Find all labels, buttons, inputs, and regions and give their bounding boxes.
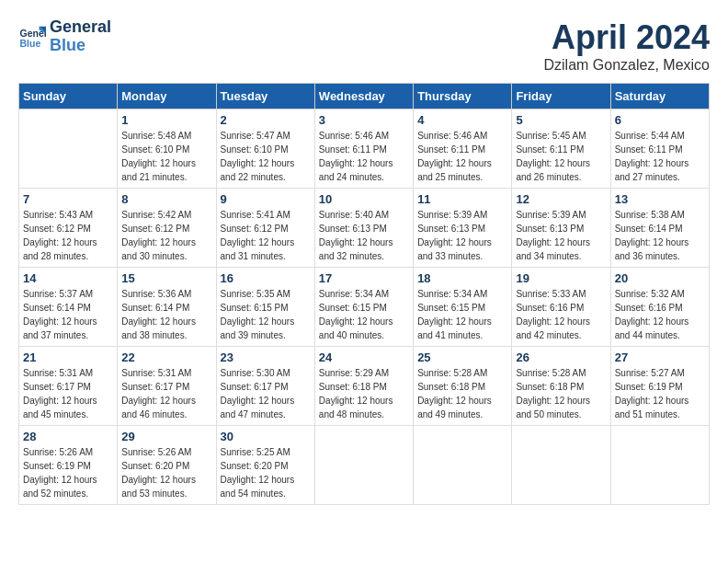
day-info: Sunrise: 5:38 AMSunset: 6:14 PMDaylight:… [615,208,705,263]
page-header: General Blue General Blue April 2024 Dzi… [18,18,710,74]
day-number: 17 [319,271,409,285]
day-info: Sunrise: 5:44 AMSunset: 6:11 PMDaylight:… [615,129,705,184]
week-row-1: 1Sunrise: 5:48 AMSunset: 6:10 PMDaylight… [19,109,710,189]
day-number: 4 [417,113,507,127]
header-sunday: Sunday [19,84,118,109]
day-info: Sunrise: 5:25 AMSunset: 6:20 PMDaylight:… [221,445,311,500]
day-info: Sunrise: 5:47 AMSunset: 6:10 PMDaylight:… [221,129,311,184]
day-number: 14 [23,271,113,285]
calendar-cell: 14Sunrise: 5:37 AMSunset: 6:14 PMDayligh… [19,268,118,347]
calendar-cell: 9Sunrise: 5:41 AMSunset: 6:12 PMDaylight… [216,189,314,268]
calendar-table: SundayMondayTuesdayWednesdayThursdayFrid… [18,83,710,505]
day-number: 3 [319,113,409,127]
day-info: Sunrise: 5:28 AMSunset: 6:18 PMDaylight:… [417,366,507,421]
day-info: Sunrise: 5:41 AMSunset: 6:12 PMDaylight:… [221,208,311,263]
svg-text:Blue: Blue [20,37,41,48]
day-info: Sunrise: 5:30 AMSunset: 6:17 PMDaylight:… [221,366,311,421]
day-info: Sunrise: 5:26 AMSunset: 6:19 PMDaylight:… [23,445,113,500]
week-row-5: 28Sunrise: 5:26 AMSunset: 6:19 PMDayligh… [19,426,710,505]
day-number: 2 [221,113,311,127]
calendar-header-row: SundayMondayTuesdayWednesdayThursdayFrid… [19,84,710,109]
calendar-cell: 29Sunrise: 5:26 AMSunset: 6:20 PMDayligh… [118,426,216,505]
logo-icon: General Blue [18,23,46,51]
day-info: Sunrise: 5:35 AMSunset: 6:15 PMDaylight:… [221,287,311,342]
day-info: Sunrise: 5:46 AMSunset: 6:11 PMDaylight:… [319,129,409,184]
calendar-cell: 13Sunrise: 5:38 AMSunset: 6:14 PMDayligh… [610,189,709,268]
calendar-cell: 11Sunrise: 5:39 AMSunset: 6:13 PMDayligh… [414,189,512,268]
day-info: Sunrise: 5:31 AMSunset: 6:17 PMDaylight:… [121,366,211,421]
day-info: Sunrise: 5:32 AMSunset: 6:16 PMDaylight:… [615,287,705,342]
calendar-cell: 23Sunrise: 5:30 AMSunset: 6:17 PMDayligh… [216,347,314,426]
calendar-cell: 7Sunrise: 5:43 AMSunset: 6:12 PMDaylight… [19,189,118,268]
day-number: 16 [221,271,311,285]
day-number: 30 [221,430,311,443]
day-info: Sunrise: 5:40 AMSunset: 6:13 PMDaylight:… [319,208,409,263]
header-saturday: Saturday [610,84,709,109]
logo-text: General Blue [50,18,111,55]
day-number: 20 [615,271,705,285]
calendar-cell: 2Sunrise: 5:47 AMSunset: 6:10 PMDaylight… [216,109,314,189]
month-title: April 2024 [544,18,711,57]
week-row-3: 14Sunrise: 5:37 AMSunset: 6:14 PMDayligh… [19,268,710,347]
calendar-cell: 15Sunrise: 5:36 AMSunset: 6:14 PMDayligh… [118,268,216,347]
calendar-cell: 22Sunrise: 5:31 AMSunset: 6:17 PMDayligh… [118,347,216,426]
day-info: Sunrise: 5:42 AMSunset: 6:12 PMDaylight:… [121,208,211,263]
week-row-2: 7Sunrise: 5:43 AMSunset: 6:12 PMDaylight… [19,189,710,268]
calendar-cell: 19Sunrise: 5:33 AMSunset: 6:16 PMDayligh… [512,268,610,347]
day-info: Sunrise: 5:27 AMSunset: 6:19 PMDaylight:… [615,366,705,421]
day-info: Sunrise: 5:33 AMSunset: 6:16 PMDaylight:… [516,287,606,342]
day-info: Sunrise: 5:26 AMSunset: 6:20 PMDaylight:… [121,445,211,500]
day-number: 8 [121,192,211,206]
calendar-cell [19,109,118,189]
day-info: Sunrise: 5:28 AMSunset: 6:18 PMDaylight:… [516,366,606,421]
day-number: 1 [121,113,211,127]
calendar-cell: 1Sunrise: 5:48 AMSunset: 6:10 PMDaylight… [118,109,216,189]
calendar-cell: 10Sunrise: 5:40 AMSunset: 6:13 PMDayligh… [314,189,413,268]
day-number: 23 [221,350,311,364]
calendar-cell: 30Sunrise: 5:25 AMSunset: 6:20 PMDayligh… [216,426,314,505]
day-number: 5 [516,113,606,127]
day-number: 13 [615,192,705,206]
day-info: Sunrise: 5:37 AMSunset: 6:14 PMDaylight:… [23,287,113,342]
calendar-cell: 3Sunrise: 5:46 AMSunset: 6:11 PMDaylight… [314,109,413,189]
day-number: 19 [516,271,606,285]
day-number: 28 [23,430,113,443]
calendar-cell: 4Sunrise: 5:46 AMSunset: 6:11 PMDaylight… [414,109,512,189]
calendar-cell: 25Sunrise: 5:28 AMSunset: 6:18 PMDayligh… [414,347,512,426]
calendar-cell [610,426,709,505]
day-number: 27 [615,350,705,364]
calendar-cell: 6Sunrise: 5:44 AMSunset: 6:11 PMDaylight… [610,109,709,189]
header-friday: Friday [512,84,610,109]
title-block: April 2024 Dzilam Gonzalez, Mexico [544,18,711,74]
calendar-cell: 16Sunrise: 5:35 AMSunset: 6:15 PMDayligh… [216,268,314,347]
location: Dzilam Gonzalez, Mexico [544,57,711,74]
day-number: 21 [23,350,113,364]
day-number: 9 [221,192,311,206]
day-number: 6 [615,113,705,127]
day-number: 15 [121,271,211,285]
calendar-cell: 5Sunrise: 5:45 AMSunset: 6:11 PMDaylight… [512,109,610,189]
header-thursday: Thursday [414,84,512,109]
day-info: Sunrise: 5:34 AMSunset: 6:15 PMDaylight:… [319,287,409,342]
day-number: 10 [319,192,409,206]
header-tuesday: Tuesday [216,84,314,109]
day-info: Sunrise: 5:34 AMSunset: 6:15 PMDaylight:… [417,287,507,342]
calendar-cell: 21Sunrise: 5:31 AMSunset: 6:17 PMDayligh… [19,347,118,426]
day-info: Sunrise: 5:46 AMSunset: 6:11 PMDaylight:… [417,129,507,184]
calendar-cell: 12Sunrise: 5:39 AMSunset: 6:13 PMDayligh… [512,189,610,268]
day-number: 7 [23,192,113,206]
day-number: 25 [417,350,507,364]
calendar-cell: 18Sunrise: 5:34 AMSunset: 6:15 PMDayligh… [414,268,512,347]
day-number: 29 [121,430,211,443]
calendar-cell [414,426,512,505]
logo: General Blue General Blue [18,18,111,55]
day-info: Sunrise: 5:39 AMSunset: 6:13 PMDaylight:… [417,208,507,263]
calendar-cell [512,426,610,505]
day-number: 26 [516,350,606,364]
day-number: 22 [121,350,211,364]
day-info: Sunrise: 5:29 AMSunset: 6:18 PMDaylight:… [319,366,409,421]
day-info: Sunrise: 5:43 AMSunset: 6:12 PMDaylight:… [23,208,113,263]
day-info: Sunrise: 5:36 AMSunset: 6:14 PMDaylight:… [121,287,211,342]
day-number: 18 [417,271,507,285]
day-number: 12 [516,192,606,206]
